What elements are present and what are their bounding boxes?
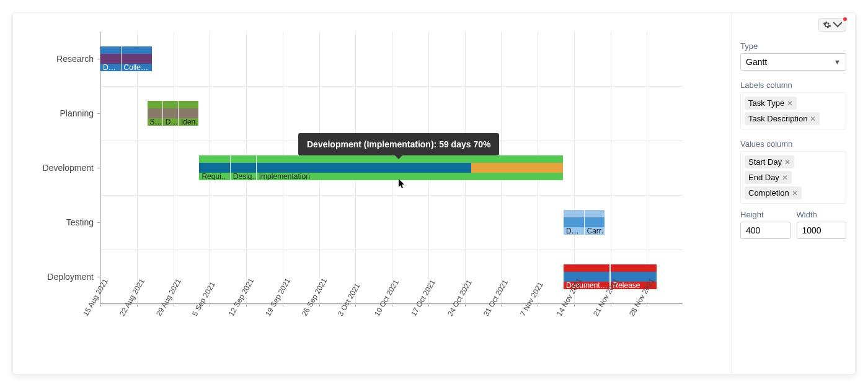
row-label: Research [56, 54, 94, 64]
width-label: Width [797, 210, 847, 219]
type-select-value: Gantt [746, 57, 767, 67]
settings-button[interactable] [818, 18, 846, 32]
tag[interactable]: Start Day✕ [745, 155, 794, 168]
app-container: ResearchPlanningDevelopmentTestingDeploy… [12, 12, 856, 375]
labels-column-label: Labels column [740, 80, 846, 90]
row-label: Deployment [47, 272, 94, 282]
row-label: Development [43, 163, 94, 173]
bar-label: D… [564, 227, 584, 235]
gantt-bar[interactable]: S… [148, 101, 163, 126]
gantt-bar[interactable]: Requi.. [199, 155, 230, 180]
bar-label: Implementation [257, 173, 563, 180]
gantt-bar[interactable]: D… [163, 101, 179, 126]
type-select[interactable]: Gantt ▼ [740, 53, 846, 71]
notification-dot [843, 17, 847, 21]
tag-label: End Day [748, 173, 779, 182]
type-label: Type [740, 41, 846, 51]
gantt-bar[interactable]: D… [564, 210, 585, 235]
chart-inner: ResearchPlanningDevelopmentTestingDeploy… [25, 32, 689, 304]
gantt-bar[interactable]: Desig.. [231, 155, 257, 180]
bar-label: D… [163, 118, 178, 126]
bar-label: Colle… [122, 64, 152, 71]
bar-label: D… [100, 64, 121, 71]
height-input[interactable] [740, 222, 790, 239]
height-label: Height [740, 210, 790, 219]
tag[interactable]: Completion✕ [745, 186, 802, 199]
tag[interactable]: End Day✕ [745, 171, 792, 184]
x-axis-labels: 15 Aug 202122 Aug 202129 Aug 20215 Sep 2… [100, 307, 683, 369]
chevron-down-icon: ▼ [834, 58, 841, 66]
bar-label: Desig.. [231, 173, 256, 180]
bar-label: Carr… [585, 227, 605, 235]
labels-column-box[interactable]: Task Type✕Task Description✕ [740, 92, 846, 129]
cursor-icon [399, 179, 406, 191]
values-column-box[interactable]: Start Day✕End Day✕Completion✕ [740, 151, 846, 204]
gear-icon [823, 20, 831, 29]
bar-label: Iden… [179, 118, 199, 126]
bar-label: S… [148, 118, 162, 126]
gantt-bar[interactable]: Colle… [122, 46, 153, 71]
tag-label: Task Type [748, 98, 784, 108]
bar-label: Requi.. [199, 173, 229, 180]
gantt-bar[interactable]: Implementation [257, 155, 564, 180]
gantt-plot: D…Colle…S…D…Iden…Requi..Desig..Implement… [100, 32, 683, 304]
chevron-down-icon [833, 20, 842, 29]
tag-label: Completion [748, 188, 789, 198]
close-icon[interactable]: ✕ [792, 189, 798, 198]
close-icon[interactable]: ✕ [784, 158, 790, 167]
close-icon[interactable]: ✕ [782, 173, 788, 182]
close-icon[interactable]: ✕ [787, 99, 793, 108]
tag-label: Start Day [748, 157, 782, 167]
y-axis-labels: ResearchPlanningDevelopmentTestingDeploy… [25, 32, 100, 304]
values-column-label: Values column [740, 139, 846, 149]
tag-label: Task Description [748, 114, 807, 123]
chart-panel: ResearchPlanningDevelopmentTestingDeploy… [13, 13, 731, 374]
row-label: Testing [66, 217, 94, 227]
close-icon[interactable]: ✕ [810, 115, 816, 123]
tooltip: Development (Implementation): 59 days 70… [298, 133, 499, 155]
tag[interactable]: Task Type✕ [745, 97, 797, 110]
gantt-bar[interactable]: Carr… [585, 210, 606, 235]
gantt-bar[interactable]: D… [100, 46, 122, 71]
gantt-bar[interactable]: Iden… [179, 101, 200, 126]
settings-panel: Type Gantt ▼ Labels column Task Type✕Tas… [731, 13, 855, 374]
row-label: Planning [60, 108, 94, 118]
tag[interactable]: Task Description✕ [745, 112, 820, 125]
width-input[interactable] [797, 222, 847, 239]
